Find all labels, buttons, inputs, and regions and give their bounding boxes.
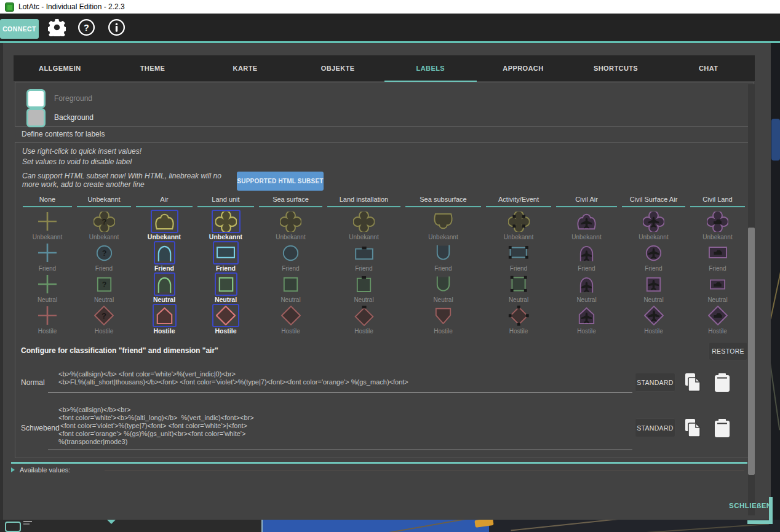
symbol-cell-hostile[interactable]: Hostile (20, 304, 74, 335)
rect-symbol-icon (213, 241, 239, 264)
restore-button[interactable]: RESTORE (709, 342, 747, 360)
rect-notch-symbol-icon (351, 241, 377, 264)
schwebend-copy-icon[interactable] (683, 418, 702, 438)
column-header[interactable]: Civil Surface Air (619, 194, 688, 204)
symbol-cell-friend[interactable]: Friend (20, 241, 74, 272)
available-values-expander-icon[interactable] (11, 467, 15, 472)
column-header[interactable]: Land installation (325, 194, 403, 204)
tab-allgemein[interactable]: ALLGEMEIN (14, 55, 106, 81)
symbol-cell-unbekannt[interactable]: Unbekannt (619, 210, 688, 241)
cell-label: Neutral (281, 296, 300, 303)
normal-standard-button[interactable]: STANDARD (635, 373, 675, 392)
symbol-cell-hostile[interactable]: Hostile (688, 304, 747, 335)
tab-theme[interactable]: THEME (106, 55, 199, 81)
schwebend-standard-button[interactable]: STANDARD (635, 418, 675, 437)
symbol-cell-unbekannt[interactable]: Unbekannt (195, 210, 257, 241)
symbol-cell-neutral[interactable]: Neutral (403, 272, 484, 304)
symbol-cell-neutral[interactable]: Neutral (20, 272, 74, 304)
symbol-cell-hostile[interactable]: Hostile (619, 304, 688, 335)
symbol-cell-friend[interactable]: Friend (325, 241, 403, 272)
background-color-swatch[interactable] (26, 108, 46, 127)
symbol-cell-friend[interactable]: Friend (484, 241, 554, 272)
symbol-cell-hostile[interactable]: ?Hostile (74, 304, 133, 335)
symbol-cell-neutral[interactable]: Neutral (688, 272, 747, 304)
available-values-label[interactable]: Available values: (20, 466, 70, 474)
normal-copy-icon[interactable] (683, 373, 702, 392)
map-toolbar-widget[interactable] (5, 522, 21, 532)
cell-label: Unbekannt (702, 234, 732, 240)
symbol-cell-neutral[interactable]: Neutral (257, 272, 325, 304)
symbol-cell-neutral[interactable]: Neutral (554, 272, 619, 304)
column-underline (327, 206, 400, 207)
map-collapse-arrow[interactable] (107, 520, 116, 524)
tab-approach[interactable]: APPROACH (477, 55, 570, 81)
symbol-cell-neutral[interactable]: Neutral (195, 272, 257, 304)
symbol-cell-friend[interactable]: Friend (403, 241, 484, 272)
symbol-column-sea-subsurface: Sea subsurfaceUnbekanntFriendNeutralHost… (403, 194, 484, 335)
symbol-cell-hostile[interactable]: Hostile (403, 304, 484, 335)
symbol-cell-friend[interactable]: ?Friend (74, 241, 133, 272)
tab-karte[interactable]: KARTE (199, 55, 292, 81)
normal-paste-icon[interactable] (712, 373, 732, 392)
symbol-cell-hostile[interactable]: Hostile (133, 304, 195, 335)
symbol-cell-unbekannt[interactable]: Unbekannt (133, 210, 195, 241)
column-header[interactable]: None (20, 194, 74, 204)
normal-template-field[interactable]: <b>%(callsign)</b> <font color='white'>%… (58, 370, 408, 386)
column-header[interactable]: Air (133, 194, 195, 204)
symbol-cell-hostile[interactable]: Hostile (195, 304, 257, 335)
symbol-column-land-unit: Land unitUnbekanntFriendNeutralHostile (195, 194, 257, 335)
symbol-cell-unbekannt[interactable]: Unbekannt (20, 210, 74, 241)
symbol-cell-unbekannt[interactable]: ?Unbekannt (74, 210, 133, 241)
square-symbol-icon (279, 272, 302, 296)
symbol-cell-friend[interactable]: Friend (619, 241, 688, 272)
cell-label: Friend (355, 265, 372, 272)
map-sea-edge (261, 520, 263, 532)
schwebend-template-field[interactable]: <b>%(callsign)</b><br> <font color='whit… (58, 406, 254, 446)
foreground-color-swatch[interactable] (26, 89, 46, 108)
symbol-cell-unbekannt[interactable]: Unbekannt (554, 210, 619, 241)
cell-label: Friend (510, 265, 527, 272)
symbol-cell-neutral[interactable]: Neutral (133, 272, 195, 304)
symbol-cell-neutral[interactable]: Neutral (619, 272, 688, 304)
symbol-cell-friend[interactable]: Friend (133, 241, 195, 272)
tab-objekte[interactable]: OBJEKTE (292, 55, 384, 81)
tab-shortcuts[interactable]: SHORTCUTS (570, 55, 663, 81)
symbol-cell-friend[interactable]: Friend (688, 241, 747, 272)
column-header[interactable]: Civil Air (554, 194, 619, 204)
column-header[interactable]: Unbekannt (74, 194, 133, 204)
scrollbar-thumb[interactable] (748, 228, 755, 475)
symbol-cell-hostile[interactable]: Hostile (257, 304, 325, 335)
schwebend-paste-icon[interactable] (712, 418, 732, 438)
symbol-cell-unbekannt[interactable]: Unbekannt (484, 210, 554, 241)
symbol-cell-neutral[interactable]: Neutral (484, 272, 554, 304)
column-header[interactable]: Land unit (195, 194, 257, 204)
tab-chat[interactable]: CHAT (662, 55, 755, 81)
column-header[interactable]: Civil Land (688, 194, 747, 204)
symbol-cell-neutral[interactable]: ?Neutral (74, 272, 133, 304)
u-symbol-icon (432, 241, 454, 264)
symbol-cell-hostile[interactable]: Hostile (484, 304, 554, 335)
symbol-cell-friend[interactable]: Friend (554, 241, 619, 272)
symbol-cell-hostile[interactable]: Hostile (554, 304, 619, 335)
symbol-cell-friend[interactable]: Friend (195, 241, 257, 272)
dome-symbol-icon (154, 241, 175, 264)
symbol-cell-unbekannt[interactable]: Unbekannt (688, 210, 747, 241)
supported-html-subset-button[interactable]: SUPPORTED HTML SUBSET (237, 172, 324, 191)
symbol-cell-hostile[interactable]: Hostile (325, 304, 403, 335)
connect-button[interactable]: CONNECT (0, 19, 39, 39)
tab-labels[interactable]: LABELS (384, 55, 477, 81)
clover-symbol-icon (639, 210, 668, 233)
map-toolbar-text-2 (23, 523, 30, 525)
symbol-cell-unbekannt[interactable]: Unbekannt (257, 210, 325, 241)
symbol-cell-unbekannt[interactable]: Unbekannt (403, 210, 484, 241)
column-header[interactable]: Activity/Event (484, 194, 554, 204)
symbol-cell-friend[interactable]: Friend (257, 241, 325, 272)
close-button[interactable]: SCHLIEßEN (729, 502, 772, 509)
settings-gear-icon[interactable] (47, 17, 66, 37)
symbol-cell-neutral[interactable]: Neutral (325, 272, 403, 304)
column-header[interactable]: Sea surface (257, 194, 325, 204)
help-icon[interactable]: ? (76, 17, 96, 37)
symbol-cell-unbekannt[interactable]: Unbekannt (325, 210, 403, 241)
column-header[interactable]: Sea subsurface (403, 194, 484, 204)
info-icon[interactable] (106, 17, 126, 37)
